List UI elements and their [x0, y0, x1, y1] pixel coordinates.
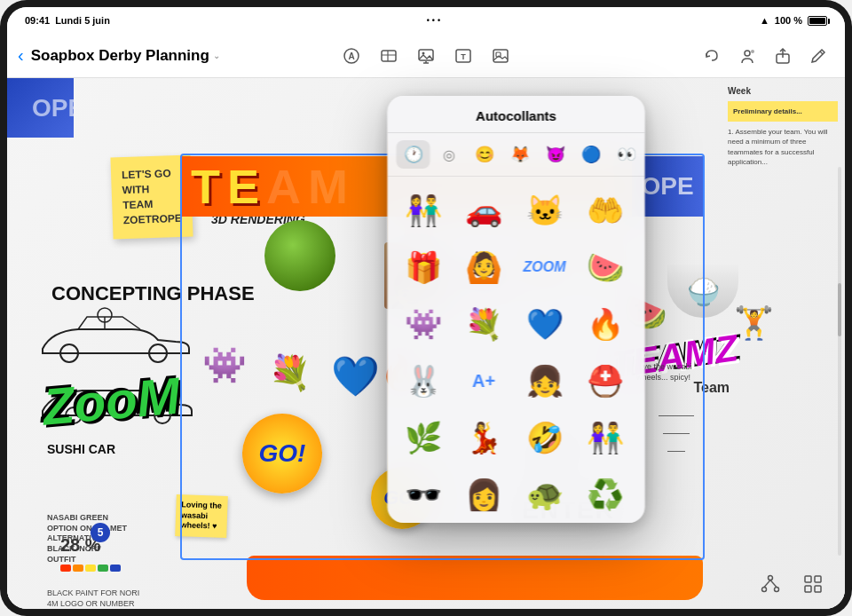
notes-right-panel: Week Preliminary details... 1. Assemble … [721, 78, 845, 174]
nasabi-annotation: NASABI GREEN OPTION ON HELMET ALTERNATIV… [47, 513, 127, 565]
black-paint-annotation: BLACK PAINT FOR NORI 4M LOGO OR NUMBER [47, 588, 139, 609]
barbell-sticker: 🏋️ [734, 304, 774, 342]
sticker-cat[interactable]: 🐱 [518, 184, 572, 237]
share-button[interactable] [767, 40, 799, 72]
ipad-screen: 09:41 Lundi 5 juin ••• ▲ 100 % ‹ [7, 7, 845, 609]
svg-text:A: A [348, 51, 354, 61]
bottom-toolbar [756, 570, 827, 598]
hierarchy-button[interactable] [756, 570, 785, 598]
undo-button[interactable] [696, 40, 728, 72]
notes-sticky: Preliminary details... [728, 101, 838, 122]
color-swatches [60, 565, 121, 572]
sticker-panel-header: Autocollants [388, 96, 645, 133]
ope-partial-text: OPE [32, 94, 74, 122]
sticker-monster[interactable]: 👾 [397, 297, 450, 351]
ipad-frame: 09:41 Lundi 5 juin ••• ▲ 100 % ‹ [0, 0, 852, 616]
sticker-flowers[interactable]: 💐 [457, 297, 510, 351]
wifi-icon: ▲ [760, 15, 769, 26]
toolbar: ‹ Soapbox Derby Planning ⌄ A T [7, 34, 845, 78]
sticker-leaves[interactable]: 🌿 [397, 411, 450, 464]
svg-point-14 [751, 50, 754, 53]
svg-point-26 [775, 588, 779, 592]
status-left: 09:41 Lundi 5 juin [25, 15, 110, 26]
svg-rect-29 [805, 576, 811, 582]
sticker-panel: Autocollants 🕐 ◎ 😊 🦊 😈 [388, 96, 645, 523]
status-right: ▲ 100 % [760, 15, 827, 26]
svg-rect-31 [805, 586, 811, 592]
sticker-panel-title: Autocollants [476, 108, 556, 123]
sticker-car[interactable]: 🚗 [457, 184, 510, 237]
week-label: Week [728, 85, 838, 98]
sticker-rabbit[interactable]: 🐰 [397, 354, 450, 407]
sticker-laughing[interactable]: 🤣 [518, 411, 572, 464]
zoom-text: ZooM [40, 365, 182, 436]
status-center: ••• [427, 16, 443, 25]
svg-rect-30 [815, 576, 821, 582]
sticker-tab-animal[interactable]: 🦊 [503, 140, 537, 169]
grid-button[interactable] [799, 570, 827, 598]
svg-point-6 [422, 51, 425, 54]
sticker-surprised-face[interactable]: 🙆 [457, 241, 510, 294]
sticker-zoom-text[interactable]: ZOOM [518, 241, 572, 294]
sticker-grid: 👫 🚗 🐱 🤲 🎁 🙆 ZOOM 🍉 👾 💐 💙 🔥 [388, 177, 645, 514]
format-button[interactable]: A [335, 40, 367, 72]
sticker-tabs: 🕐 ◎ 😊 🦊 😈 🔵 👀 [388, 133, 645, 177]
sushi-car-text: SUSHI CAR [47, 442, 115, 456]
date: Lundi 5 juin [55, 15, 110, 26]
back-button[interactable]: ‹ [18, 45, 24, 66]
svg-line-27 [764, 580, 770, 588]
svg-point-24 [769, 576, 773, 580]
sticker-tab-object[interactable]: 🔵 [574, 140, 608, 169]
toolbar-center: A T [335, 40, 517, 72]
sticker-watermelon[interactable]: 🍉 [579, 241, 632, 294]
sticker-gift[interactable]: 🎁 [397, 241, 450, 294]
sticker-helmet[interactable]: ⛑️ [579, 354, 632, 407]
sticker-fire-car[interactable]: 🔥 [579, 297, 632, 351]
svg-text:T: T [461, 52, 466, 61]
sticker-aplus[interactable]: A+ [457, 354, 510, 407]
text-button[interactable]: T [447, 40, 479, 72]
sticker-tab-eyes[interactable]: 👀 [610, 140, 643, 169]
time: 09:41 [25, 15, 50, 26]
sticker-girl[interactable]: 👧 [518, 354, 572, 407]
sticker-woman[interactable]: 👩 [457, 468, 510, 514]
title-chevron-icon: ⌄ [213, 51, 220, 60]
scroll-thumb[interactable] [838, 283, 841, 336]
svg-rect-32 [815, 586, 821, 592]
table-button[interactable] [373, 40, 405, 72]
image-button[interactable] [485, 40, 517, 72]
sticker-blue-heart[interactable]: 💙 [518, 297, 572, 351]
sticker-sunglasses[interactable]: 🕶️ [397, 468, 450, 514]
sticker-tab-face[interactable]: 😈 [539, 140, 572, 169]
battery-text: 100 % [775, 15, 802, 26]
sticker-tab-emoji[interactable]: 😊 [468, 140, 501, 169]
sticker-tab-outline[interactable]: ◎ [432, 140, 466, 169]
svg-point-25 [762, 588, 767, 592]
sticker-people[interactable]: 👫 [397, 184, 450, 237]
sticker-turtle[interactable]: 🐢 [518, 468, 572, 514]
number-badge: 5 [91, 523, 110, 542]
sticker-recycle[interactable]: ♻️ [579, 468, 632, 514]
pencil-button[interactable] [802, 40, 834, 72]
back-chevron: ‹ [18, 45, 24, 66]
toolbar-right [696, 40, 834, 72]
svg-line-28 [770, 580, 777, 588]
team-left-banner: OPE [7, 78, 74, 138]
svg-line-17 [820, 51, 823, 54]
sticker-couple[interactable]: 👫 [579, 411, 632, 464]
scroll-indicator[interactable] [838, 167, 841, 556]
svg-point-13 [745, 51, 750, 56]
sticker-tab-recent[interactable]: 🕐 [397, 140, 430, 169]
notes-text: 1. Assemble your team. You will need a m… [728, 127, 838, 167]
collaborate-button[interactable] [731, 40, 763, 72]
orange-vehicle [247, 556, 703, 600]
document-title: Soapbox Derby Planning [31, 47, 209, 65]
sticker-dancer[interactable]: 💃 [457, 411, 510, 464]
battery-icon [808, 16, 827, 26]
media-button[interactable] [410, 40, 442, 72]
svg-rect-5 [419, 50, 433, 60]
title-area[interactable]: Soapbox Derby Planning ⌄ [31, 47, 220, 65]
svg-rect-2 [382, 51, 396, 61]
sticker-hand-heart[interactable]: 🤲 [579, 184, 632, 237]
status-bar: 09:41 Lundi 5 juin ••• ▲ 100 % [7, 7, 845, 34]
